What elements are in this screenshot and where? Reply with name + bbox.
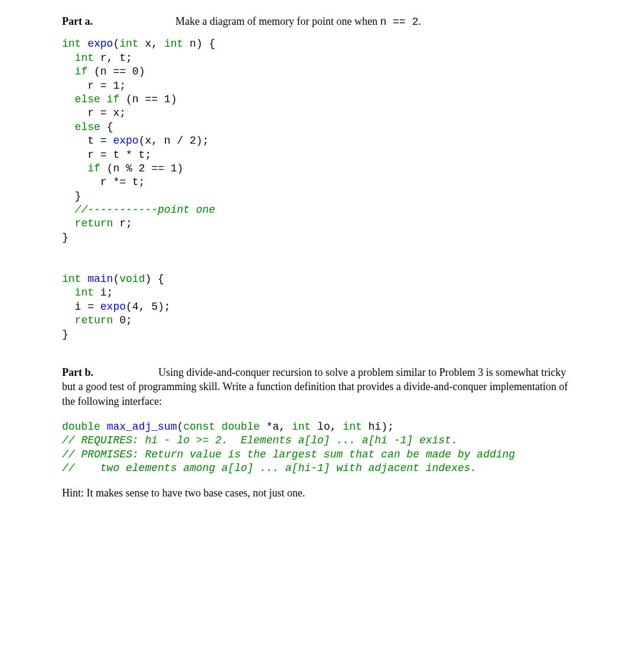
brace: } <box>62 329 69 340</box>
fn-name: main <box>87 273 113 285</box>
decl: r, t; <box>94 52 132 64</box>
kw: if <box>87 163 100 174</box>
part-b-code: double max_adj_sum(const double *a, int … <box>62 420 576 476</box>
kw: double <box>62 421 107 433</box>
indent <box>62 121 75 133</box>
indent <box>62 287 75 298</box>
kw: else <box>75 121 100 133</box>
comment: // PROMISES: Return value is the largest… <box>62 449 515 460</box>
part-b-section: Part b.Using divide-and-conquer recursio… <box>62 365 576 408</box>
cond: (n % 2 == 1) <box>100 163 183 174</box>
indent <box>62 52 75 64</box>
param: x, <box>139 38 164 50</box>
indent <box>62 217 75 229</box>
end: hi); <box>362 421 394 433</box>
stmt: r; <box>113 217 132 229</box>
brace: ) { <box>145 273 164 285</box>
decl: i; <box>94 287 113 298</box>
indent: i = <box>62 301 100 313</box>
kw: if <box>75 66 88 77</box>
part-a-code: int expo(int x, int n) { int r, t; if (n… <box>62 37 576 342</box>
part-a-prompt: Make a diagram of memory for point one w… <box>175 14 421 29</box>
kw: else if <box>75 93 120 105</box>
part-a-label: Part a. <box>62 14 93 28</box>
fn-name: expo <box>87 38 113 50</box>
kw: int <box>164 38 183 50</box>
stmt: r = x; <box>62 107 126 119</box>
kw: int <box>62 38 87 50</box>
param: lo, <box>311 421 343 433</box>
brace: { <box>100 121 113 133</box>
indent <box>62 163 87 174</box>
comment: // REQUIRES: hi - lo >= 2. Elements a[lo… <box>62 434 458 446</box>
indent <box>62 66 75 77</box>
paren: ( <box>177 421 183 433</box>
kw: int <box>343 421 362 433</box>
kw: int <box>119 38 138 50</box>
kw: return <box>75 217 113 229</box>
part-a-header: Part a. Make a diagram of memory for poi… <box>62 14 576 29</box>
stmt: r *= t; <box>62 176 145 188</box>
stmt: r = t * t; <box>62 149 151 161</box>
cond: (n == 0) <box>87 66 145 77</box>
comment: //-----------point one <box>62 204 215 216</box>
part-b-hint: Hint: It makes sense to have two base ca… <box>62 486 576 500</box>
brace: n) { <box>183 38 215 50</box>
kw: int <box>292 421 311 433</box>
paren: ( <box>113 38 119 50</box>
part-b-label: Part b. <box>62 366 93 378</box>
param: *a, <box>260 421 292 433</box>
cond: (n == 1) <box>119 93 177 105</box>
prompt-text: Make a diagram of memory for point one w… <box>175 15 380 27</box>
indent: t = <box>62 135 113 147</box>
kw: void <box>119 273 145 285</box>
args: (x, n / 2); <box>139 135 209 147</box>
prompt-code: n == 2 <box>380 16 418 28</box>
fn-name: max_adj_sum <box>107 421 177 433</box>
brace: } <box>62 232 69 244</box>
part-b-text: Using divide-and-conquer recursion to so… <box>62 366 568 407</box>
fn-name: expo <box>100 301 126 313</box>
prompt-text-end: . <box>418 15 421 27</box>
args: (4, 5); <box>126 301 171 313</box>
kw: const double <box>183 421 260 433</box>
stmt: 0; <box>113 314 132 326</box>
kw: int <box>62 273 87 285</box>
comment: // two elements among a[lo] ... a[hi-1] … <box>62 462 477 474</box>
kw: int <box>75 287 94 298</box>
kw: return <box>75 314 113 326</box>
kw: int <box>75 52 94 64</box>
indent <box>62 93 75 105</box>
document-page: Part a. Make a diagram of memory for poi… <box>0 0 638 524</box>
brace: } <box>62 190 81 202</box>
paren: ( <box>113 273 119 285</box>
indent <box>62 314 75 326</box>
stmt: r = 1; <box>62 80 126 92</box>
fn-name: expo <box>113 135 138 147</box>
